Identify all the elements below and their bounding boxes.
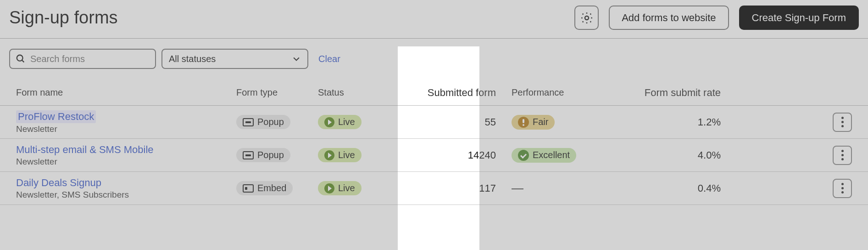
table-row: ProFlow RestockNewsletterPopupLive55Fair…: [0, 106, 868, 139]
form-type-chip: Popup: [236, 148, 290, 162]
settings-button[interactable]: [574, 6, 599, 30]
form-subtitle: Newsletter, SMS Subscribers: [16, 190, 236, 200]
status-cell: Live: [318, 181, 414, 195]
form-subtitle: Newsletter: [16, 157, 236, 167]
form-name-link[interactable]: Multi-step email & SMS Mobile: [16, 144, 154, 156]
chevron-down-icon: [292, 54, 301, 63]
search-icon: [16, 54, 26, 64]
actions-cell: [734, 113, 852, 132]
status-chip: Live: [318, 181, 362, 195]
form-type-label: Popup: [257, 150, 284, 160]
submit-rate: 1.2%: [615, 116, 734, 128]
kebab-icon: [841, 117, 844, 119]
svg-point-0: [585, 16, 589, 20]
form-name-link[interactable]: ProFlow Restock: [16, 110, 96, 123]
form-name-cell: Multi-step email & SMS MobileNewsletter: [16, 144, 236, 167]
col-header-status: Status: [318, 87, 414, 98]
add-forms-label: Add forms to website: [622, 12, 716, 24]
embed-icon: [243, 184, 254, 193]
form-type-cell: Embed: [236, 181, 318, 195]
clear-filters-link[interactable]: Clear: [318, 54, 340, 64]
submitted-count: 14240: [414, 149, 496, 161]
submit-rate: 4.0%: [615, 149, 734, 161]
filter-bar: All statuses Clear: [0, 38, 868, 69]
warning-icon: [518, 117, 529, 128]
play-icon: [324, 150, 334, 160]
status-label: Live: [338, 150, 355, 160]
performance-label: Excellent: [533, 150, 570, 160]
form-type-label: Popup: [257, 117, 284, 127]
search-input-wrap[interactable]: [9, 49, 156, 69]
form-name-cell: Daily Deals SignupNewsletter, SMS Subscr…: [16, 177, 236, 200]
performance-empty: —: [512, 181, 523, 195]
table-header-row: Form name Form type Status Submitted for…: [0, 80, 868, 106]
col-header-submitted: Submitted form: [414, 87, 496, 99]
svg-point-1: [17, 55, 23, 61]
play-icon: [324, 117, 334, 127]
performance-label: Fair: [533, 117, 548, 127]
svg-line-2: [22, 60, 24, 62]
status-chip: Live: [318, 148, 362, 162]
page-header: Sign-up forms Add forms to website Creat…: [0, 0, 868, 38]
gear-icon: [580, 11, 594, 25]
status-cell: Live: [318, 148, 414, 162]
kebab-icon: [841, 150, 844, 152]
row-actions-button[interactable]: [833, 146, 852, 165]
submitted-count: 55: [414, 116, 496, 128]
performance-chip: Fair: [512, 115, 555, 130]
performance-chip: Excellent: [512, 148, 576, 163]
status-filter-value: All statuses: [169, 54, 216, 64]
form-type-cell: Popup: [236, 115, 318, 129]
col-header-rate: Form submit rate: [615, 87, 734, 99]
check-icon: [518, 150, 529, 161]
actions-cell: [734, 179, 852, 198]
row-actions-button[interactable]: [833, 113, 852, 132]
form-subtitle: Newsletter: [16, 124, 236, 134]
form-type-cell: Popup: [236, 148, 318, 162]
form-name-cell: ProFlow RestockNewsletter: [16, 110, 236, 134]
form-name-link[interactable]: Daily Deals Signup: [16, 177, 101, 189]
status-cell: Live: [318, 115, 414, 129]
performance-cell: Excellent: [496, 148, 615, 163]
create-signup-form-button[interactable]: Create Sign-up Form: [739, 6, 859, 30]
performance-cell: Fair: [496, 115, 615, 130]
search-input[interactable]: [30, 54, 150, 64]
submitted-count: 117: [414, 182, 496, 194]
form-type-chip: Embed: [236, 181, 293, 195]
play-icon: [324, 183, 334, 193]
col-header-name: Form name: [16, 87, 236, 98]
kebab-icon: [841, 183, 844, 185]
status-label: Live: [338, 183, 355, 193]
performance-cell: —: [496, 181, 615, 195]
status-chip: Live: [318, 115, 362, 129]
row-actions-button[interactable]: [833, 179, 852, 198]
popup-icon: [243, 118, 254, 126]
actions-cell: [734, 146, 852, 165]
table-row: Daily Deals SignupNewsletter, SMS Subscr…: [0, 172, 868, 205]
table-row: Multi-step email & SMS MobileNewsletterP…: [0, 139, 868, 172]
page-title: Sign-up forms: [9, 8, 574, 28]
popup-icon: [243, 151, 254, 159]
submit-rate: 0.4%: [615, 182, 734, 194]
col-header-type: Form type: [236, 87, 318, 98]
col-header-performance: Performance: [496, 87, 615, 98]
status-filter-select[interactable]: All statuses: [161, 49, 308, 69]
add-forms-to-website-button[interactable]: Add forms to website: [609, 6, 729, 30]
status-label: Live: [338, 117, 355, 127]
create-form-label: Create Sign-up Form: [752, 12, 846, 24]
form-type-chip: Popup: [236, 115, 290, 129]
forms-table: Form name Form type Status Submitted for…: [0, 80, 868, 205]
form-type-label: Embed: [257, 183, 286, 193]
